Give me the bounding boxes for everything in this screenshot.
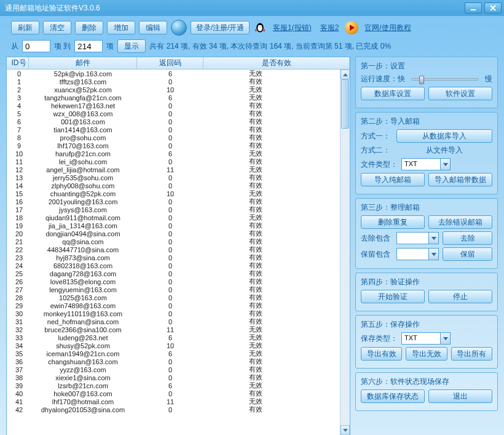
qq-icon[interactable] [253, 21, 267, 34]
summary-text: 共有 214 项, 有效 34 项, 本次待查询 164 项, 当前查询第 51… [149, 41, 391, 52]
cell-id: 5 [7, 110, 29, 118]
exit-button[interactable]: 退出 [428, 389, 492, 403]
keep-button[interactable]: 保留 [443, 247, 492, 261]
cs2-link[interactable]: 客服2 [320, 23, 339, 33]
col-id[interactable]: ID号 [7, 57, 29, 69]
scroll-up-button[interactable] [341, 70, 350, 79]
col-mail[interactable]: 邮件 [29, 57, 137, 69]
cell-mail: lhf170@163.com [29, 142, 137, 150]
col-valid[interactable]: 是否有效 [203, 57, 350, 69]
include-combo[interactable] [396, 248, 439, 260]
add-button[interactable]: 增加 [107, 21, 135, 34]
minimize-button[interactable] [465, 2, 482, 14]
window-title: 通用邮箱地址验证软件V3.0.6 [2, 3, 465, 14]
export-invalid-button[interactable]: 导出无效 [406, 347, 447, 361]
cell-mail: ludeng@263.net [29, 334, 137, 341]
cell-id: 14 [7, 182, 29, 190]
from-input[interactable] [22, 40, 50, 52]
filetype-combo[interactable]: TXT [401, 158, 451, 170]
remove-button[interactable]: 去除 [443, 231, 492, 245]
scroll-down-button[interactable] [341, 425, 350, 435]
cell-id: 19 [7, 222, 29, 229]
cell-mail: angel_lijia@hotmail.com [29, 166, 137, 174]
svg-point-5 [259, 26, 261, 28]
refresh-button[interactable]: 刷新 [11, 21, 39, 34]
cell-mail: lei_i@sohu.com [29, 158, 137, 166]
cell-code: 0 [137, 142, 203, 150]
table-row[interactable]: 42dhyalong201053@sina.com0有效 [7, 405, 350, 413]
cs1-link[interactable]: 客服1(报错) [273, 23, 312, 33]
login-button[interactable]: 登录/注册/开通 [191, 21, 250, 34]
cell-mail: dhyalong201053@sina.com [29, 406, 137, 413]
play-icon[interactable] [345, 21, 358, 34]
cell-code: 0 [137, 406, 203, 413]
to-label: 项 到 [54, 41, 71, 52]
sw-settings-button[interactable]: 软件设置 [428, 87, 492, 100]
cell-id: 6 [7, 118, 29, 126]
show-button[interactable]: 显示 [117, 39, 146, 53]
cell-code: 0 [137, 358, 203, 365]
start-verify-button[interactable]: 开始验证 [361, 290, 425, 303]
chevron-down-icon[interactable] [440, 333, 450, 344]
cell-id: 8 [7, 134, 29, 142]
db-settings-button[interactable]: 数据库设置 [361, 87, 425, 100]
email-table: ID号 邮件 返回码 是否有效 052pk@vip.163.com6无效1tff… [6, 57, 350, 435]
cell-id: 30 [7, 310, 29, 317]
cell-id: 29 [7, 302, 29, 309]
cell-code: 0 [137, 302, 203, 309]
svg-point-4 [261, 25, 262, 26]
chevron-down-icon[interactable] [440, 159, 450, 170]
scroll-thumb[interactable] [341, 79, 349, 129]
import-db-button[interactable]: 从数据库导入 [396, 129, 492, 143]
exclude-combo[interactable] [396, 232, 439, 244]
removebad-button[interactable]: 去除错误邮箱 [428, 215, 492, 229]
cell-code: 0 [137, 102, 203, 110]
export-valid-button[interactable]: 导出有效 [361, 347, 402, 361]
col-code[interactable]: 返回码 [137, 57, 203, 69]
tutorial-link[interactable]: 官网/使用教程 [364, 23, 411, 33]
globe-icon[interactable] [171, 20, 187, 36]
cell-id: 36 [7, 358, 29, 365]
cell-id: 12 [7, 166, 29, 174]
include-label: 保留包含 [361, 249, 393, 260]
chevron-down-icon[interactable] [428, 233, 438, 244]
chevron-down-icon[interactable] [428, 249, 438, 260]
method1-label: 方式一： [361, 131, 393, 142]
export-all-button[interactable]: 导出所有 [451, 347, 492, 361]
cell-mail: 6802318@163.com [29, 262, 137, 269]
cell-id: 33 [7, 334, 29, 341]
svg-point-3 [258, 25, 259, 26]
savetype-combo[interactable]: TXT [401, 332, 451, 345]
delete-button[interactable]: 删除 [75, 21, 103, 34]
slider-thumb[interactable] [419, 76, 424, 84]
to-input[interactable] [74, 40, 103, 52]
cell-code: 0 [137, 78, 203, 86]
close-button[interactable] [484, 2, 502, 14]
exclude-label: 去除包含 [361, 233, 393, 244]
stop-button[interactable]: 停止 [428, 290, 492, 303]
cell-code: 0 [137, 206, 203, 214]
speed-slider[interactable] [411, 78, 479, 81]
cell-code: 0 [137, 366, 203, 373]
cell-id: 16 [7, 198, 29, 206]
filetype-value: TXT [402, 159, 440, 170]
cell-id: 3 [7, 94, 29, 102]
cell-id: 20 [7, 230, 29, 237]
cell-id: 38 [7, 374, 29, 381]
cell-code: 11 [137, 166, 203, 174]
cell-mail: iceman1949@21cn.com [29, 350, 137, 357]
cell-code: 6 [137, 334, 203, 341]
cell-code: 0 [137, 246, 203, 253]
save-state-button[interactable]: 数据库保存状态 [361, 389, 425, 403]
cell-mail: 001@163.com [29, 118, 137, 126]
cell-code: 0 [137, 262, 203, 269]
edit-button[interactable]: 编辑 [139, 21, 167, 34]
clear-button[interactable]: 清空 [43, 21, 71, 34]
cell-code: 0 [137, 174, 203, 182]
import-pure-button[interactable]: 导入纯邮箱 [361, 173, 425, 186]
cell-id: 42 [7, 406, 29, 413]
import-data-button[interactable]: 导入邮箱带数据 [428, 173, 492, 186]
vertical-scrollbar[interactable] [340, 70, 350, 435]
dedup-button[interactable]: 删除重复 [361, 215, 425, 229]
cell-mail: zlphy008@sohu.com [29, 182, 137, 190]
